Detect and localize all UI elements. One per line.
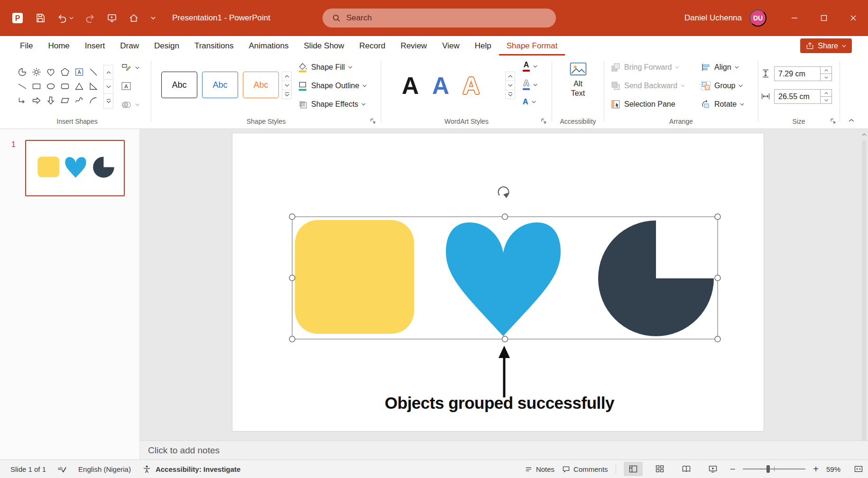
tab-review[interactable]: Review: [393, 36, 434, 55]
tab-animations[interactable]: Animations: [241, 36, 296, 55]
width-step-down-button[interactable]: [821, 97, 831, 103]
shape-sun-icon[interactable]: [29, 65, 44, 79]
shape-oval-icon[interactable]: [44, 79, 58, 93]
shape-arrow-right-icon[interactable]: [29, 93, 44, 108]
notes-pane[interactable]: Click to add notes: [140, 441, 868, 460]
text-fill-button[interactable]: A: [523, 61, 537, 72]
tab-record[interactable]: Record: [352, 36, 393, 55]
reading-view-button[interactable]: [677, 462, 696, 476]
scroll-up-button[interactable]: [860, 131, 868, 138]
shape-width-input[interactable]: [775, 90, 820, 103]
tab-view[interactable]: View: [434, 36, 467, 55]
zoom-in-button[interactable]: +: [813, 464, 819, 474]
collapse-ribbon-button[interactable]: [848, 117, 855, 124]
width-step-up-button[interactable]: [821, 90, 831, 97]
save-button[interactable]: [35, 13, 46, 23]
alt-text-button[interactable]: Alt Text: [554, 62, 602, 98]
gallery-scroll-down-button[interactable]: [104, 80, 113, 94]
styles-more-button[interactable]: [282, 90, 291, 99]
send-backward-button[interactable]: Send Backward: [610, 81, 685, 91]
shape-pie-icon[interactable]: [15, 65, 29, 79]
bring-forward-button[interactable]: Bring Forward: [610, 62, 679, 73]
tab-file[interactable]: File: [12, 36, 40, 55]
shape-line2-icon[interactable]: [15, 79, 29, 93]
shape-right-triangle-icon[interactable]: [86, 79, 101, 93]
wordart-scroll-up-button[interactable]: [506, 72, 515, 81]
rotation-handle[interactable]: [499, 187, 509, 198]
maximize-button[interactable]: [809, 0, 839, 36]
shape-heart-icon[interactable]: [44, 65, 58, 79]
align-button[interactable]: Align: [701, 62, 739, 73]
shape-rounded-rectangle-icon[interactable]: [58, 79, 72, 93]
shape-height-input[interactable]: [775, 67, 820, 81]
share-button[interactable]: Share: [800, 38, 852, 53]
zoom-out-button[interactable]: −: [730, 464, 736, 474]
text-outline-button[interactable]: A: [523, 80, 537, 90]
edit-shape-button[interactable]: [120, 62, 139, 74]
shape-effects-button[interactable]: Shape Effects: [297, 99, 366, 110]
rotate-button[interactable]: Rotate: [701, 99, 744, 110]
shape-fill-button[interactable]: Shape Fill: [297, 62, 352, 73]
tab-design[interactable]: Design: [147, 36, 187, 55]
search-box[interactable]: [323, 9, 556, 28]
size-dialog-launcher[interactable]: [829, 118, 837, 125]
zoom-percentage[interactable]: 59%: [826, 465, 846, 473]
shape-flowchart-icon[interactable]: [58, 93, 72, 108]
redo-button[interactable]: [85, 13, 95, 23]
slideshow-view-button[interactable]: [703, 462, 722, 476]
shape-outline-button[interactable]: Shape Outline: [297, 81, 367, 91]
tab-home[interactable]: Home: [40, 36, 77, 55]
zoom-slider-thumb[interactable]: [766, 465, 770, 473]
shape-style-preview-1[interactable]: Abc: [161, 72, 197, 98]
shape-style-preview-3[interactable]: Abc: [243, 72, 279, 98]
tab-draw[interactable]: Draw: [112, 36, 147, 55]
wordart-dialog-launcher[interactable]: [540, 118, 547, 125]
height-step-down-button[interactable]: [821, 74, 831, 81]
wordart-preview-1[interactable]: A: [402, 74, 419, 98]
language-button[interactable]: English (Nigeria): [78, 465, 131, 473]
minimize-button[interactable]: [780, 0, 809, 36]
user-avatar[interactable]: DU: [749, 9, 766, 27]
annotation-text[interactable]: Objects grouped successfully: [360, 394, 639, 413]
fit-to-window-button[interactable]: [854, 464, 863, 474]
styles-scroll-up-button[interactable]: [282, 72, 291, 81]
quick-access-toolbar-button[interactable]: [150, 16, 156, 20]
gallery-more-button[interactable]: [104, 94, 113, 108]
shape-textbox-icon[interactable]: A: [72, 65, 86, 79]
slide-1-thumbnail[interactable]: [25, 140, 125, 196]
height-step-up-button[interactable]: [821, 67, 831, 74]
scrollbar-thumb[interactable]: [862, 140, 866, 447]
home-button[interactable]: [129, 13, 139, 23]
slide-editing-surface[interactable]: Objects grouped successfully: [232, 133, 764, 431]
slide-sorter-view-button[interactable]: [650, 462, 669, 476]
heart-shape[interactable]: [446, 222, 561, 336]
wordart-preview-2[interactable]: A: [432, 74, 449, 98]
selection-pane-button[interactable]: Selection Pane: [610, 99, 675, 110]
text-box-button[interactable]: A: [120, 81, 132, 92]
close-button[interactable]: [839, 0, 868, 36]
pie-shape[interactable]: [598, 221, 714, 336]
shape-scribble-icon[interactable]: [72, 93, 86, 108]
gallery-scroll-up-button[interactable]: [104, 65, 113, 80]
shape-line-icon[interactable]: [86, 65, 101, 79]
shape-pentagon-icon[interactable]: [58, 65, 72, 79]
tab-shape-format[interactable]: Shape Format: [499, 36, 565, 55]
tab-transitions[interactable]: Transitions: [187, 36, 241, 55]
tab-slide-show[interactable]: Slide Show: [296, 36, 352, 55]
tab-help[interactable]: Help: [467, 36, 499, 55]
spellcheck-button[interactable]: ab: [57, 464, 67, 474]
wordart-scroll-down-button[interactable]: [506, 81, 515, 90]
wordart-preview-3[interactable]: A: [462, 74, 480, 98]
notes-toggle-button[interactable]: Notes: [525, 465, 554, 473]
group-objects-button[interactable]: Group: [701, 81, 743, 91]
rounded-square-shape[interactable]: [295, 220, 414, 334]
styles-scroll-down-button[interactable]: [282, 81, 291, 90]
search-input[interactable]: [346, 13, 526, 23]
vertical-scrollbar[interactable]: [860, 131, 868, 459]
start-slideshow-button[interactable]: [107, 13, 117, 23]
shape-arrow-down-icon[interactable]: [44, 93, 58, 108]
shape-style-preview-2[interactable]: Abc: [202, 72, 238, 98]
shape-elbow-arrow-icon[interactable]: [15, 93, 29, 108]
accessibility-status-button[interactable]: Accessibility: Investigate: [142, 465, 240, 474]
comments-button[interactable]: Comments: [562, 465, 608, 473]
